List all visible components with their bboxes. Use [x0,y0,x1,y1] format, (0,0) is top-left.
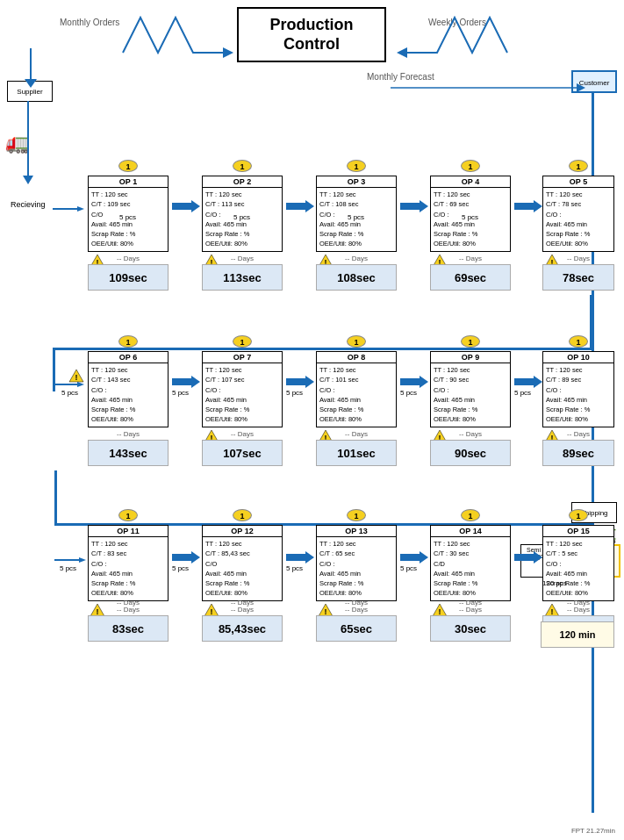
op6-box: 1 ! OP 6 TT : 120 sec C/T : 143 sec C/O … [88,351,169,427]
op5-body: TT : 120 sec C/T : 78 sec C/O : Avail: 4… [543,188,613,251]
weekly-orders-arrow [393,9,516,61]
op2-header: OP 2 [203,176,282,188]
svg-marker-59 [420,551,428,564]
op7-op8-arrow [286,376,314,390]
op15-box: 1 OP 15 TT : 120 sec C/T : 5 sec C/O : A… [542,525,614,601]
svg-rect-18 [400,203,421,210]
op8-box: 1 OP 8 TT : 120 sec C/T : 101 sec C/O : … [316,351,397,427]
r3-day1: -- Days [202,599,283,607]
op8-op9-arrow [400,376,428,390]
svg-marker-1 [25,79,37,88]
svg-rect-38 [400,378,421,385]
svg-marker-3 [577,83,585,92]
op7-box: 1 OP 7 TT : 120 sec C/T : 107 sec C/O : … [202,351,283,427]
op4-timeline: -- Days 69sec [430,255,511,291]
svg-rect-30 [172,378,193,385]
title-line2: Control [283,35,340,53]
op12-timeline: -- Days 85,43sec [202,606,283,642]
svg-marker-55 [305,551,314,564]
op11-box: 1 OP 11 TT : 120 sec C/T : 83 sec C/O : … [88,525,169,601]
supplier-down-arrow [22,101,34,189]
op9-op10-arrow [514,376,542,390]
op4-header: OP 4 [431,176,510,188]
op15-timeline-extra: 120 min [541,606,614,648]
op5-disc: 1 [569,160,588,172]
op8-timeline: -- Days 101sec [316,430,397,466]
op12-box: 1 OP 12 TT : 120 sec C/T : 85,43 sec C/O… [202,525,283,601]
svg-rect-22 [514,203,535,210]
op5-timeline: -- Days 78sec [542,255,614,291]
production-to-supplier-arrow [18,48,44,92]
op13-op14-arrow [400,551,428,565]
svg-rect-34 [286,378,307,385]
op1-pcs: 5 pcs [119,213,136,221]
op4-disc: 1 [461,160,480,172]
op11-op12-arrow [172,551,200,565]
svg-marker-23 [534,200,542,212]
op6-op7-arrow [172,376,200,390]
op3-header: OP 3 [317,176,396,188]
op15-pcs: 120 pcs [542,579,567,587]
title-box: Production Control [237,7,386,62]
op1-disc: 1 [118,160,138,172]
r1-r2-right-vline [590,295,592,348]
svg-marker-43 [534,376,542,388]
op10-box: 1 OP 10 TT : 120 sec C/T : 89 sec C/O : … [542,351,614,427]
op5-time: 78sec [542,264,614,291]
r3-day2: -- Days [316,599,397,607]
svg-rect-58 [400,554,421,561]
op1-timeline: -- Days 109sec [88,255,169,291]
r2-r3-left-vline [54,470,57,523]
title-line1: Production [270,16,354,33]
op7-timeline: -- Days 107sec [202,430,283,466]
op14-box: 1 OP 14 TT : 120 sec C/T : 30 sec C/D Av… [430,525,511,601]
last-time-box: 120 min [541,621,614,648]
svg-rect-54 [286,554,307,561]
op2-op3-arrow [286,200,314,214]
op3-time: 108sec [316,264,397,291]
svg-marker-19 [420,200,428,212]
op13-box: 1 OP 13 TT : 120 sec C/T : 65 sec C/O : … [316,525,397,601]
r3-day4: -- Days [542,599,614,607]
fpt-label: FPT 21.27min [571,827,615,835]
op2-time: 113sec [202,264,283,291]
op1-op2-arrow [172,200,200,214]
svg-rect-14 [286,203,307,210]
op9-timeline: -- Days 90sec [430,430,511,466]
op6-warning-left: ! [68,369,84,384]
op4-op5-arrow [514,200,542,214]
svg-marker-51 [191,551,200,564]
r3-day0: -- Days [88,599,169,607]
op2-pcs: 5 pcs [233,213,250,221]
svg-marker-39 [420,376,428,388]
forecast-arrow [391,79,592,97]
op14-op15-arrow [514,551,542,565]
svg-text:!: ! [75,373,78,382]
svg-marker-63 [534,551,542,564]
svg-marker-5 [23,176,33,184]
op11-timeline: -- Days 83sec [88,606,169,642]
r3-day3: -- Days [430,599,511,607]
op2-timeline: -- Days 113sec [202,255,283,291]
op13-timeline: -- Days 65sec [316,606,397,642]
svg-marker-11 [191,200,200,212]
op3-op4-arrow [400,200,428,214]
receiving-label: Recieving [11,200,46,209]
svg-rect-42 [514,378,535,385]
op5-box: 1 OP 5 TT : 120 sec C/T : 78 sec C/O : A… [542,176,614,252]
op3-timeline: -- Days 108sec [316,255,397,291]
svg-rect-10 [172,203,193,210]
svg-marker-7 [77,206,84,212]
op12-op13-arrow [286,551,314,565]
svg-marker-35 [305,376,314,388]
op2-disc: 1 [233,160,252,172]
svg-rect-50 [172,554,193,561]
monthly-orders-label: Monthly Orders [60,18,119,27]
op4-pcs: 5 pcs [462,213,478,221]
recv-to-op1-arrow [53,205,88,213]
op14-timeline: -- Days 30sec [430,606,511,642]
conn-to-op11-arrow [54,556,90,564]
svg-rect-62 [514,554,535,561]
op1-header: OP 1 [89,176,168,188]
op4-time: 69sec [430,264,511,291]
